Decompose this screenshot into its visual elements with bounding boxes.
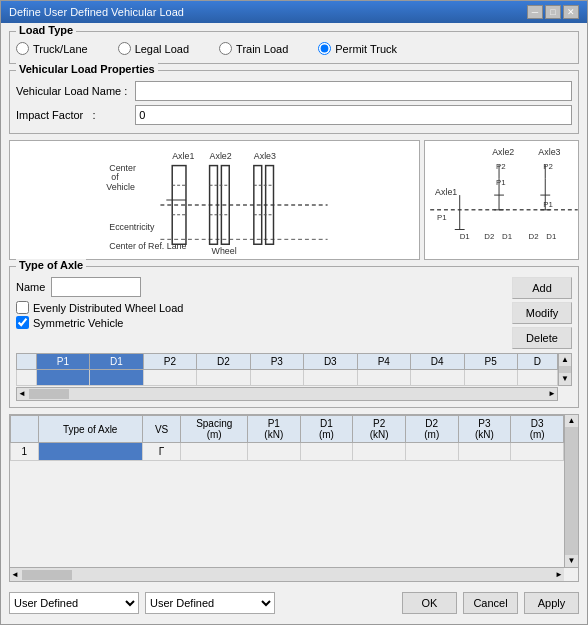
td-d bbox=[517, 370, 557, 386]
td-p5 bbox=[464, 370, 517, 386]
svg-text:P1: P1 bbox=[496, 178, 506, 187]
impact-factor-input[interactable] bbox=[135, 105, 572, 125]
svg-text:Wheel: Wheel bbox=[212, 246, 237, 256]
radio-permit-truck-input[interactable] bbox=[318, 42, 331, 55]
btd-d1 bbox=[300, 443, 353, 461]
scrollbar-right-btn[interactable]: ► bbox=[547, 388, 557, 400]
radio-truck-lane-input[interactable] bbox=[16, 42, 29, 55]
td-d1-bar bbox=[89, 370, 143, 386]
radio-permit-truck-label: Permit Truck bbox=[335, 43, 397, 55]
properties-grid: Vehicular Load Name : Impact Factor : bbox=[16, 75, 572, 127]
btd-d3 bbox=[511, 443, 564, 461]
td-p1-bar bbox=[37, 370, 90, 386]
bth-spacing: Spacing(m) bbox=[181, 416, 248, 443]
radio-permit-truck[interactable]: Permit Truck bbox=[318, 42, 397, 55]
diagram-area: Center of Vehicle Eccentricity Center of… bbox=[9, 140, 579, 260]
svg-text:Axle1: Axle1 bbox=[435, 187, 457, 197]
bottom-scrollbar-v[interactable]: ▲ ▼ bbox=[564, 415, 578, 567]
td-p2 bbox=[143, 370, 196, 386]
top-table-scroll: P1 D1 P2 D2 P3 D3 P4 D4 P5 D bbox=[16, 353, 558, 386]
td-d4 bbox=[410, 370, 464, 386]
axle-section: Type of Axle Name Evenly Distributed Whe… bbox=[9, 266, 579, 408]
radio-train-load-label: Train Load bbox=[236, 43, 288, 55]
svg-text:P2: P2 bbox=[496, 162, 506, 171]
svg-text:Axle3: Axle3 bbox=[254, 151, 276, 161]
bsh-right[interactable]: ► bbox=[554, 570, 564, 579]
modify-button[interactable]: Modify bbox=[512, 302, 572, 324]
footer-select-1[interactable]: User Defined bbox=[9, 592, 139, 614]
bsh-left[interactable]: ◄ bbox=[10, 570, 20, 579]
btd-p1 bbox=[247, 443, 300, 461]
svg-text:D1: D1 bbox=[546, 232, 556, 241]
radio-train-load[interactable]: Train Load bbox=[219, 42, 288, 55]
btd-type bbox=[38, 443, 142, 461]
bth-d3: D3(m) bbox=[511, 416, 564, 443]
th-d: D bbox=[517, 354, 557, 370]
scrollbar-up-btn[interactable]: ▲ bbox=[559, 354, 571, 366]
radio-truck-lane[interactable]: Truck/Lane bbox=[16, 42, 88, 55]
vehicular-load-name-input[interactable] bbox=[135, 81, 572, 101]
bottom-table-area: Type of Axle VS Spacing(m) P1(kN) D1(m) … bbox=[9, 414, 579, 582]
radio-legal-load-input[interactable] bbox=[118, 42, 131, 55]
scrollbar-down-btn[interactable]: ▼ bbox=[559, 373, 571, 385]
symmetric-vehicle-row: Symmetric Vehicle bbox=[16, 316, 506, 329]
apply-button[interactable]: Apply bbox=[524, 592, 579, 614]
cancel-button[interactable]: Cancel bbox=[463, 592, 518, 614]
axle-name-input[interactable] bbox=[51, 277, 141, 297]
svg-text:D1: D1 bbox=[502, 232, 512, 241]
svg-text:Eccentricity: Eccentricity bbox=[109, 222, 155, 232]
ok-button[interactable]: OK bbox=[402, 592, 457, 614]
top-scrollbar-v[interactable]: ▲ ▼ bbox=[558, 353, 572, 386]
delete-button[interactable]: Delete bbox=[512, 327, 572, 349]
main-window: Define User Defined Vehicular Load ─ □ ✕… bbox=[0, 0, 588, 625]
svg-text:Center of Ref. Lane: Center of Ref. Lane bbox=[109, 241, 186, 251]
name-label-text: Name bbox=[16, 281, 45, 293]
load-type-row: Truck/Lane Legal Load Train Load Permit … bbox=[16, 36, 572, 57]
close-button[interactable]: ✕ bbox=[563, 5, 579, 19]
minimize-button[interactable]: ─ bbox=[527, 5, 543, 19]
top-scroll-h-wrapper: ◄ ► bbox=[16, 387, 572, 401]
vehicular-load-title: Vehicular Load Properties bbox=[16, 63, 158, 75]
table-row bbox=[17, 370, 558, 386]
axle-top-row: Name Evenly Distributed Wheel Load Symme… bbox=[16, 271, 572, 349]
symmetric-vehicle-label: Symmetric Vehicle bbox=[33, 317, 123, 329]
top-scrollbar-h[interactable]: ◄ ► bbox=[16, 387, 558, 401]
bsv-up[interactable]: ▲ bbox=[565, 415, 578, 427]
axle-left: Name Evenly Distributed Wheel Load Symme… bbox=[16, 277, 506, 349]
impact-label: Impact Factor : bbox=[16, 109, 127, 121]
bottom-table-flex: Type of Axle VS Spacing(m) P1(kN) D1(m) … bbox=[10, 415, 578, 567]
radio-legal-load[interactable]: Legal Load bbox=[118, 42, 189, 55]
evenly-distributed-checkbox[interactable] bbox=[16, 301, 29, 314]
maximize-button[interactable]: □ bbox=[545, 5, 561, 19]
title-bar-buttons: ─ □ ✕ bbox=[527, 5, 579, 19]
th-d4: D4 bbox=[410, 354, 464, 370]
btd-spacing bbox=[181, 443, 248, 461]
evenly-distributed-label: Evenly Distributed Wheel Load bbox=[33, 302, 183, 314]
bottom-table-row: 1 Γ bbox=[11, 443, 564, 461]
svg-text:P2: P2 bbox=[543, 162, 553, 171]
bsv-down[interactable]: ▼ bbox=[565, 555, 578, 567]
btd-d2 bbox=[405, 443, 458, 461]
window-title: Define User Defined Vehicular Load bbox=[9, 6, 184, 18]
svg-text:Axle1: Axle1 bbox=[172, 151, 194, 161]
main-content: Load Type Truck/Lane Legal Load Train Lo… bbox=[1, 23, 587, 624]
scrollbar-h-thumb bbox=[29, 389, 69, 399]
symmetric-vehicle-checkbox[interactable] bbox=[16, 316, 29, 329]
footer-select-2[interactable]: User Defined bbox=[145, 592, 275, 614]
scrollbar-left-btn[interactable]: ◄ bbox=[17, 388, 27, 400]
bottom-scrollbar-h[interactable]: ◄ ► bbox=[10, 568, 564, 581]
evenly-distributed-row: Evenly Distributed Wheel Load bbox=[16, 301, 506, 314]
bottom-table: Type of Axle VS Spacing(m) P1(kN) D1(m) … bbox=[10, 415, 564, 461]
svg-text:Axle2: Axle2 bbox=[210, 151, 232, 161]
bottom-scroll-h-wrapper: ◄ ► bbox=[10, 567, 578, 581]
th-d3: D3 bbox=[303, 354, 357, 370]
radio-train-load-input[interactable] bbox=[219, 42, 232, 55]
bth-type-of-axle: Type of Axle bbox=[38, 416, 142, 443]
td-p3 bbox=[250, 370, 303, 386]
svg-text:Axle3: Axle3 bbox=[538, 147, 560, 157]
add-button[interactable]: Add bbox=[512, 277, 572, 299]
bth-vs: VS bbox=[142, 416, 181, 443]
svg-text:D1: D1 bbox=[460, 232, 470, 241]
diagram-right: Axle1 Axle2 Axle3 P1 P2 P1 P2 P1 D1 D2 D… bbox=[424, 140, 579, 260]
top-scroll-table: P1 D1 P2 D2 P3 D3 P4 D4 P5 D bbox=[16, 353, 558, 386]
